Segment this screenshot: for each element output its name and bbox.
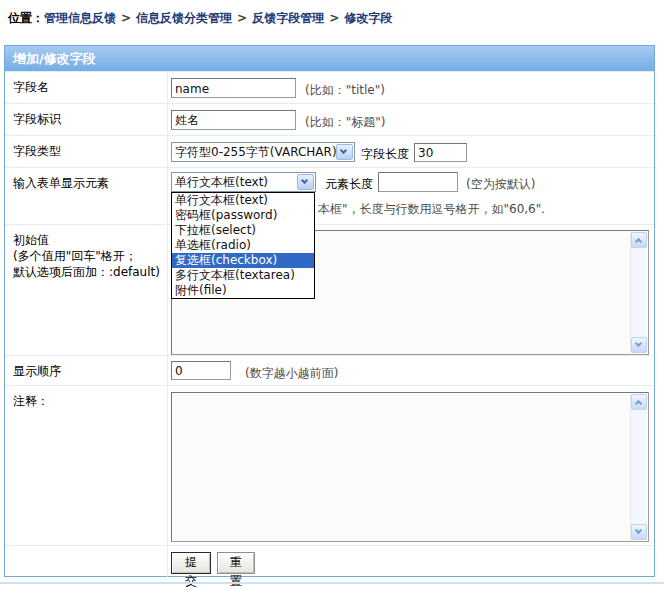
actions-label-spacer [5, 546, 168, 577]
breadcrumb-separator: > [329, 11, 339, 25]
add-modify-field-panel: 增加/修改字段 字段名 (比如："title") 字段标识 (比如："标题") … [4, 45, 655, 577]
row-initial-value: 初始值 (多个值用"回车"格开； 默认选项后面加：:default) [5, 224, 654, 355]
field-key-hint: (比如："标题") [305, 114, 385, 131]
row-field-type: 字段类型 字符型0-255字节(VARCHAR) 字段长度 [5, 135, 654, 167]
scroll-up-icon[interactable] [631, 232, 647, 248]
row-comment: 注释： [5, 385, 654, 545]
field-name-input[interactable] [171, 78, 296, 98]
field-type-select-value: 字符型0-255字节(VARCHAR) [172, 143, 354, 161]
scroll-up-icon[interactable] [631, 394, 647, 410]
display-element-note: 本框"，长度与行数用逗号格开，如"60,6". [318, 201, 545, 218]
field-name-hint: (比如："title") [305, 82, 385, 99]
element-length-label: 元素长度 [325, 176, 373, 193]
display-order-label: 显示顺序 [5, 356, 168, 385]
breadcrumb-separator: > [121, 11, 131, 25]
panel-title: 增加/修改字段 [5, 46, 654, 71]
display-element-select-value: 单行文本框(text) [172, 173, 315, 191]
field-key-label: 字段标识 [5, 104, 168, 135]
comment-textarea[interactable] [171, 392, 649, 542]
element-length-hint: (空为按默认) [466, 176, 535, 193]
reset-button[interactable]: 重置 [217, 552, 255, 574]
breadcrumb: 位置：管理信息反馈>信息反馈分类管理>反馈字段管理>修改字段 [8, 10, 392, 27]
comment-label: 注释： [5, 386, 168, 545]
row-field-name: 字段名 (比如："title") [5, 71, 654, 103]
display-element-label: 输入表单显示元素 [5, 168, 168, 224]
field-length-label: 字段长度 [361, 146, 409, 163]
display-element-dropdown-list: 单行文本框(text) 密码框(password) 下拉框(select) 单选… [171, 192, 315, 299]
display-order-input[interactable] [171, 361, 231, 380]
field-type-select[interactable]: 字符型0-255字节(VARCHAR) [171, 142, 355, 162]
scrollbar[interactable] [630, 232, 647, 353]
field-type-label: 字段类型 [5, 136, 168, 167]
breadcrumb-link-feedback-admin[interactable]: 管理信息反馈 [44, 11, 116, 25]
page-bottom-divider [0, 582, 664, 584]
field-name-label: 字段名 [5, 72, 168, 103]
element-length-input[interactable] [378, 172, 458, 192]
scroll-down-icon[interactable] [631, 337, 647, 353]
field-length-input[interactable] [414, 143, 467, 162]
breadcrumb-current-page: 修改字段 [344, 11, 392, 25]
dropdown-option-select[interactable]: 下拉框(select) [172, 223, 314, 238]
row-display-order: 显示顺序 (数字越小越前面) [5, 355, 654, 385]
scroll-down-icon[interactable] [631, 524, 647, 540]
breadcrumb-link-category-admin[interactable]: 信息反馈分类管理 [136, 11, 232, 25]
dropdown-option-password[interactable]: 密码框(password) [172, 208, 314, 223]
dropdown-option-text[interactable]: 单行文本框(text) [172, 193, 314, 208]
submit-button[interactable]: 提交 [171, 552, 211, 574]
row-actions: 提交 重置 [5, 545, 654, 577]
dropdown-option-radio[interactable]: 单选框(radio) [172, 238, 314, 253]
chevron-down-icon[interactable] [297, 174, 314, 190]
dropdown-option-checkbox[interactable]: 复选框(checkbox) [172, 253, 314, 268]
breadcrumb-prefix: 位置： [8, 11, 44, 25]
initial-value-label: 初始值 (多个值用"回车"格开； 默认选项后面加：:default) [5, 225, 168, 355]
field-key-input[interactable] [171, 110, 296, 130]
scrollbar[interactable] [630, 394, 647, 540]
dropdown-option-textarea[interactable]: 多行文本框(textarea) [172, 268, 314, 283]
dropdown-option-file[interactable]: 附件(file) [172, 283, 314, 298]
display-element-select[interactable]: 单行文本框(text) [171, 172, 316, 192]
breadcrumb-separator: > [237, 11, 247, 25]
breadcrumb-link-field-admin[interactable]: 反馈字段管理 [252, 11, 324, 25]
row-field-key: 字段标识 (比如："标题") [5, 103, 654, 135]
chevron-down-icon[interactable] [336, 144, 353, 160]
display-order-hint: (数字越小越前面) [245, 365, 338, 382]
row-display-element: 输入表单显示元素 单行文本框(text) 元素长度 (空为按默认) 本框"，长度… [5, 167, 654, 224]
